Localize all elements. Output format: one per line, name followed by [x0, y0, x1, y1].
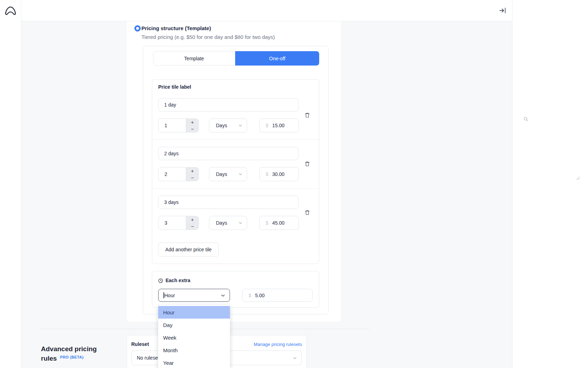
- each-extra-heading: Each extra: [166, 278, 190, 283]
- pricing-structure-label: Pricing structure (Template): [141, 25, 211, 31]
- chevron-down-icon: [238, 172, 243, 176]
- left-sidebar: [0, 0, 21, 368]
- add-price-tile-button[interactable]: Add another price tile: [158, 243, 219, 257]
- tile-quantity-input[interactable]: [159, 220, 183, 226]
- tile-period-select[interactable]: Days: [209, 167, 247, 181]
- page-header: [21, 0, 512, 21]
- tile-divider: [152, 188, 319, 189]
- quantity-increment-button[interactable]: +: [186, 119, 198, 125]
- tile-quantity-field: + −: [158, 167, 199, 181]
- dropdown-option-day[interactable]: Day: [158, 319, 230, 331]
- details-right-panel: [512, 0, 588, 368]
- price-tile-label-heading: Price tile label: [158, 84, 191, 90]
- quantity-stepper: + −: [186, 216, 198, 230]
- quantity-stepper: + −: [186, 119, 198, 132]
- chevron-down-icon: [220, 293, 225, 298]
- tile-label-input[interactable]: [158, 98, 299, 111]
- tile-divider: [152, 139, 319, 140]
- tile-label-input[interactable]: [158, 196, 299, 209]
- mode-template-button[interactable]: Template: [153, 51, 235, 66]
- each-extra-period-select[interactable]: Hour: [158, 289, 230, 302]
- quantity-increment-button[interactable]: +: [186, 168, 198, 174]
- tile-price-field[interactable]: $ 30.00: [259, 167, 299, 181]
- tile-quantity-field: + −: [158, 118, 199, 132]
- tile-quantity-input[interactable]: [159, 171, 183, 177]
- tile-period-select[interactable]: Days: [209, 118, 247, 132]
- currency-symbol: $: [248, 293, 251, 298]
- tile-price-field[interactable]: $ 15.00: [259, 118, 299, 132]
- dropdown-option-year[interactable]: Year: [158, 356, 230, 368]
- mode-oneoff-button[interactable]: One-off: [235, 51, 319, 66]
- chevron-down-icon: [293, 356, 297, 360]
- dropdown-option-month[interactable]: Month: [158, 344, 230, 356]
- pricing-structure-radio[interactable]: [134, 25, 141, 32]
- dropdown-option-week[interactable]: Week: [158, 331, 230, 344]
- delete-tile-trash-icon[interactable]: [304, 209, 310, 216]
- tile-label-input[interactable]: [158, 147, 299, 160]
- manage-rulesets-link[interactable]: Manage pricing rulesets: [254, 342, 302, 347]
- app-logo-icon[interactable]: [4, 5, 18, 16]
- pricing-structure-hint: Tiered pricing (e.g. $50 for one day and…: [141, 34, 275, 40]
- currency-symbol: $: [266, 220, 268, 226]
- text-cursor: [163, 292, 164, 298]
- quantity-stepper: + −: [186, 168, 198, 181]
- tile-quantity-input[interactable]: [159, 123, 183, 128]
- period-dropdown-menu: Hour Day Week Month Year: [158, 305, 230, 368]
- chevron-down-icon: [238, 221, 243, 225]
- resize-handle-icon[interactable]: [576, 176, 580, 180]
- quantity-decrement-button[interactable]: −: [186, 174, 198, 181]
- currency-symbol: $: [266, 171, 268, 177]
- advanced-pricing-heading: Advanced pricing rules PRO (BETA): [41, 344, 97, 363]
- quantity-decrement-button[interactable]: −: [186, 125, 198, 132]
- dropdown-option-hour[interactable]: Hour: [158, 306, 230, 319]
- tile-quantity-field: + −: [158, 216, 199, 230]
- collapse-panel-icon[interactable]: [498, 6, 507, 15]
- clock-icon: [158, 278, 163, 284]
- tile-price-field[interactable]: $ 45.00: [259, 216, 299, 230]
- ruleset-label: Ruleset: [131, 341, 149, 347]
- currency-symbol: $: [266, 123, 268, 128]
- pro-beta-badge: PRO (BETA): [60, 355, 83, 359]
- each-extra-price-field[interactable]: $ 5.00: [242, 289, 313, 302]
- delete-tile-trash-icon[interactable]: [304, 161, 310, 167]
- chevron-down-icon: [238, 123, 243, 128]
- quantity-decrement-button[interactable]: −: [186, 223, 198, 230]
- search-icon: [523, 116, 529, 122]
- quantity-increment-button[interactable]: +: [186, 216, 198, 223]
- tile-period-select[interactable]: Days: [209, 216, 247, 230]
- delete-tile-trash-icon[interactable]: [304, 112, 310, 118]
